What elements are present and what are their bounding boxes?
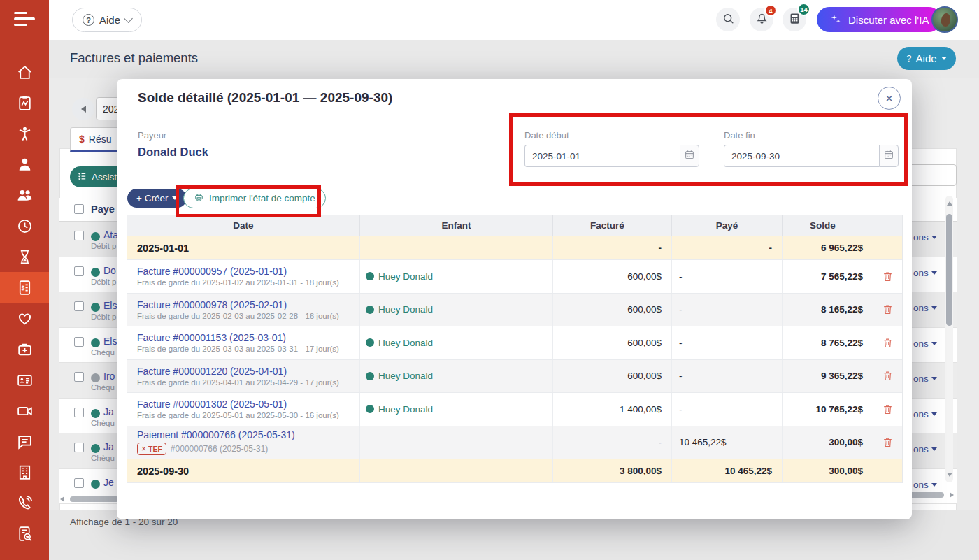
delete-button[interactable]	[882, 271, 894, 282]
row-actions-button[interactable]: ons	[913, 303, 937, 313]
row-checkbox[interactable]	[74, 266, 84, 276]
sidebar-item-phone[interactable]	[0, 487, 49, 518]
row-actions-button[interactable]: ons	[913, 444, 937, 454]
facture-link[interactable]: Facture #000000978 (2025-02-01)	[137, 299, 287, 310]
sidebar-item-id-card[interactable]	[0, 364, 49, 395]
scroll-up-icon[interactable]	[947, 201, 952, 206]
delete-button[interactable]	[882, 303, 894, 315]
payer-name-link[interactable]: Iro	[103, 371, 115, 382]
horizontal-scrollbar-thumb-left[interactable]	[70, 496, 119, 502]
sidebar-item-people[interactable]	[0, 180, 49, 210]
sidebar-item-chat[interactable]	[0, 426, 49, 457]
date-end-calendar-button[interactable]	[879, 145, 899, 167]
facture-period: Frais de garde du 2025-05-01 au 2025-05-…	[137, 411, 339, 419]
close-button[interactable]: ×	[878, 87, 901, 110]
sidebar-item-invoice[interactable]: $	[0, 272, 49, 303]
row-actions-button[interactable]: ons	[913, 480, 937, 490]
row-actions-button[interactable]: ons	[913, 268, 937, 278]
help-dropdown-button[interactable]: ? Aide	[72, 8, 142, 32]
tef-cancelled-badge: ×TEF	[137, 443, 166, 455]
notifications-button[interactable]: 4	[750, 8, 773, 31]
vertical-scrollbar[interactable]	[945, 196, 953, 482]
delete-button[interactable]	[882, 337, 894, 349]
actions-cell	[873, 294, 902, 326]
column-header: Facturé	[553, 215, 672, 236]
sidebar-item-child[interactable]	[0, 118, 49, 149]
sidebar-item-building[interactable]	[0, 457, 49, 487]
sidebar-item-hourglass[interactable]	[0, 241, 49, 272]
sidebar-item-video-camera[interactable]	[0, 395, 49, 426]
child-dot-icon	[366, 405, 374, 413]
row-checkbox[interactable]	[74, 372, 84, 382]
page-header: Factures et paiements ? Aide	[49, 40, 979, 78]
scroll-down-icon[interactable]	[947, 473, 952, 477]
child-link[interactable]: Huey Donald	[378, 271, 433, 282]
menu-button[interactable]	[14, 12, 35, 29]
row-checkbox[interactable]	[74, 478, 84, 488]
create-button-label: + Créer	[136, 193, 168, 203]
row-checkbox[interactable]	[74, 408, 84, 417]
previous-year-button[interactable]	[72, 98, 94, 120]
facture-link[interactable]: Facture #000000957 (2025-01-01)	[137, 266, 287, 277]
scroll-left-icon[interactable]	[60, 496, 64, 502]
date-end-input[interactable]	[724, 145, 879, 167]
sidebar-item-home[interactable]	[0, 57, 49, 87]
page-help-button[interactable]: ? Aide	[897, 47, 956, 70]
sidebar-item-clock[interactable]	[0, 210, 49, 241]
sidebar-item-heart[interactable]	[0, 303, 49, 333]
child-link[interactable]: Huey Donald	[378, 338, 433, 348]
chat-ai-button[interactable]: Discuter avec l'IA	[817, 7, 941, 32]
sidebar-item-person[interactable]	[0, 149, 49, 180]
row-actions-button[interactable]: ons	[913, 373, 937, 384]
paiement-link[interactable]: Paiement #000000766 (2025-05-31)	[137, 429, 295, 440]
payer-name-link[interactable]: Ja	[103, 441, 114, 452]
payer-name-link[interactable]: Els	[103, 300, 117, 311]
date-start-input[interactable]	[524, 145, 680, 167]
sidebar-item-report-search[interactable]	[0, 518, 49, 549]
page-help-label: Aide	[916, 52, 937, 64]
caret-down-icon	[931, 236, 937, 239]
select-all-checkbox[interactable]	[74, 204, 84, 214]
calendar-events-button[interactable]: 14	[783, 8, 806, 31]
payer-name-link[interactable]: Ata	[103, 229, 118, 240]
scroll-right-icon[interactable]	[950, 492, 954, 498]
solde-amount: 9 365,22$	[783, 360, 873, 393]
payer-name-link[interactable]: Els	[103, 336, 117, 347]
child-link[interactable]: Huey Donald	[378, 371, 433, 381]
sidebar-item-clipboard-chart[interactable]	[0, 87, 49, 118]
create-button[interactable]: + Créer	[127, 189, 187, 208]
row-checkbox[interactable]	[74, 301, 84, 311]
row-actions-button[interactable]: ons	[913, 232, 937, 243]
building-icon	[16, 464, 34, 481]
user-avatar[interactable]	[931, 6, 958, 33]
date-cell: Facture #000000978 (2025-02-01)Frais de …	[127, 294, 360, 326]
payer-dot-icon	[91, 338, 100, 347]
delete-button[interactable]	[882, 403, 894, 415]
payer-name-link[interactable]: Do	[103, 265, 116, 276]
payer-name-link[interactable]: Je	[103, 477, 114, 488]
facture-link[interactable]: Facture #000001220 (2025-04-01)	[137, 366, 287, 377]
row-actions-button[interactable]: ons	[913, 409, 937, 419]
vertical-scrollbar-thumb[interactable]	[946, 214, 952, 326]
search-button[interactable]	[716, 8, 740, 31]
date-cell: Paiement #000000766 (2025-05-31)×TEF#000…	[127, 426, 360, 459]
row-checkbox[interactable]	[74, 231, 84, 240]
row-actions-button[interactable]: ons	[913, 338, 937, 349]
facture-link[interactable]: Facture #000001302 (2025-05-01)	[137, 399, 287, 410]
facture-link[interactable]: Facture #000001153 (2025-03-01)	[137, 332, 286, 343]
delete-button[interactable]	[882, 436, 894, 448]
row-checkbox[interactable]	[74, 337, 84, 347]
child-link[interactable]: Huey Donald	[378, 404, 433, 415]
payer-dot-icon	[91, 232, 100, 241]
child-link[interactable]: Huey Donald	[378, 304, 433, 315]
delete-button[interactable]	[882, 370, 894, 382]
enfant-cell: Huey Donald	[360, 260, 553, 293]
enfant-cell	[360, 236, 553, 259]
sidebar-item-first-aid-kit[interactable]	[0, 333, 49, 364]
date-start-calendar-button[interactable]	[680, 145, 699, 167]
row-checkbox[interactable]	[74, 443, 84, 452]
print-statement-button[interactable]: Imprimer l'état de compte	[183, 188, 326, 208]
payer-name-link[interactable]: Ja	[103, 406, 114, 417]
report-search-icon	[16, 525, 34, 543]
facture-amount: -	[553, 426, 672, 459]
